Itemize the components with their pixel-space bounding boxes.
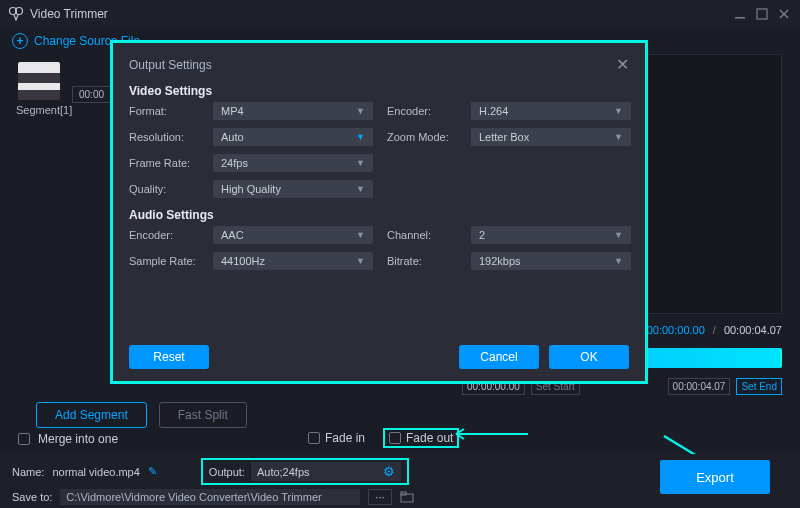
encoder-select[interactable]: H.264▼ [471,102,631,120]
output-value: Auto;24fps [257,466,310,478]
browse-button[interactable]: ··· [368,489,391,505]
quality-label: Quality: [129,183,199,195]
reset-button[interactable]: Reset [129,345,209,369]
edit-name-icon[interactable]: ✎ [148,465,157,478]
fast-split-button[interactable]: Fast Split [159,402,247,428]
name-value: normal video.mp4 [52,466,139,478]
name-label: Name: [12,466,44,478]
segment-thumbnail[interactable] [18,62,60,100]
channel-label: Channel: [387,229,457,241]
svg-rect-2 [735,17,745,19]
minimize-button[interactable] [732,6,748,22]
titlebar: Video Trimmer [0,0,800,28]
maximize-button[interactable] [754,6,770,22]
merge-checkbox[interactable] [18,433,30,445]
app-title: Video Trimmer [30,7,108,21]
cancel-button[interactable]: Cancel [459,345,539,369]
video-settings-title: Video Settings [129,84,629,98]
zoom-mode-label: Zoom Mode: [387,131,457,143]
add-source-icon[interactable]: + [12,33,28,49]
ok-button[interactable]: OK [549,345,629,369]
app-logo-icon [8,6,24,22]
fade-out-label: Fade out [406,431,453,445]
fade-in-checkbox[interactable] [308,432,320,444]
modal-close-icon[interactable]: ✕ [616,55,629,74]
save-to-label: Save to: [12,491,52,503]
segment-label: Segment[1] [16,104,72,116]
zoom-mode-select[interactable]: Letter Box▼ [471,128,631,146]
fade-out-checkbox[interactable] [389,432,401,444]
bitrate-select[interactable]: 192kbps▼ [471,252,631,270]
open-folder-icon[interactable] [400,490,414,504]
merge-label: Merge into one [38,432,118,446]
resolution-select[interactable]: Auto▼ [213,128,373,146]
sample-rate-label: Sample Rate: [129,255,199,267]
sample-rate-select[interactable]: 44100Hz▼ [213,252,373,270]
frame-rate-select[interactable]: 24fps▼ [213,154,373,172]
output-label: Output: [209,466,245,478]
quality-select[interactable]: High Quality▼ [213,180,373,198]
output-settings-icon[interactable]: ⚙ [383,464,395,479]
resolution-label: Resolution: [129,131,199,143]
export-button[interactable]: Export [660,460,770,494]
output-settings-modal: Output Settings ✕ Video Settings Format:… [113,43,645,381]
segment-time: 00:00 [72,86,111,103]
modal-highlight-frame: Output Settings ✕ Video Settings Format:… [110,40,648,384]
output-highlight-box: Output: Auto;24fps ⚙ [201,458,409,485]
set-end-button[interactable]: Set End [736,378,782,395]
bitrate-label: Bitrate: [387,255,457,267]
annotation-arrow-fadeout [450,426,530,442]
svg-rect-3 [757,9,767,19]
audio-settings-title: Audio Settings [129,208,629,222]
output-dropdown[interactable]: Auto;24fps ⚙ [251,462,401,481]
frame-rate-label: Frame Rate: [129,157,199,169]
save-to-value: C:\Vidmore\Vidmore Video Converter\Video… [60,489,360,505]
format-select[interactable]: MP4▼ [213,102,373,120]
total-time: 00:00:04.07 [724,324,782,336]
a-encoder-label: Encoder: [129,229,199,241]
a-encoder-select[interactable]: AAC▼ [213,226,373,244]
time-display-row: 00:00:00.00/00:00:04.07 [625,324,782,336]
add-segment-button[interactable]: Add Segment [36,402,147,428]
format-label: Format: [129,105,199,117]
close-button[interactable] [776,6,792,22]
encoder-label: Encoder: [387,105,457,117]
fade-in-label: Fade in [325,431,365,445]
modal-title: Output Settings [129,58,212,72]
current-time: 00:00:00.00 [647,324,705,336]
channel-select[interactable]: 2▼ [471,226,631,244]
end-time-value[interactable]: 00:00:04.07 [668,378,731,395]
